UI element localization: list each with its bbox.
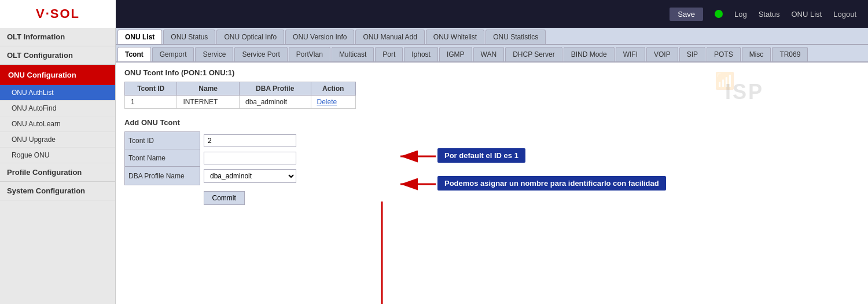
col-header-tcont-id: Tcont ID — [125, 82, 177, 96]
tcont-table: Tcont ID Name DBA Profile Action 1 INTER… — [124, 82, 356, 109]
top-tab-bar: ONU List ONU Status ONU Optical Info ONU… — [116, 28, 868, 45]
tab-service[interactable]: Service — [195, 47, 233, 61]
main-layout: OLT Information OLT Configuration ONU Co… — [0, 28, 868, 304]
cell-dba-profile: dba_adminolt — [239, 96, 311, 109]
onu-list-link[interactable]: ONU List — [792, 10, 822, 19]
sidebar-item-profile-configuration[interactable]: Profile Configuration — [0, 163, 115, 182]
tab-voip[interactable]: VOIP — [646, 47, 678, 61]
tab-onu-whitelist[interactable]: ONU Whitelist — [426, 30, 484, 44]
input-tcont-id[interactable] — [204, 134, 296, 147]
sidebar-item-onu-upgrade[interactable]: ONU Upgrade — [0, 132, 115, 148]
logo-text: V·SOL — [36, 6, 80, 21]
tab-wan[interactable]: WAN — [473, 47, 505, 61]
tab-onu-status[interactable]: ONU Status — [163, 30, 215, 44]
sub-tab-bar: Tcont Gemport Service Service Port PortV… — [116, 45, 868, 63]
tab-onu-statistics[interactable]: ONU Statistics — [486, 30, 546, 44]
tab-bind-mode[interactable]: BIND Mode — [564, 47, 615, 61]
logout-link[interactable]: Logout — [833, 10, 856, 19]
cell-action: Delete — [311, 96, 356, 109]
tcont-info-title: ONU Tcont Info (PON:1 ONU:1) — [124, 68, 859, 77]
status-link[interactable]: Status — [759, 10, 780, 19]
table-row: 1 INTERNET dba_adminolt Delete — [125, 96, 356, 109]
cell-tcont-id: 1 — [125, 96, 177, 109]
input-tcont-name[interactable] — [204, 152, 296, 164]
tab-sip[interactable]: SIP — [679, 47, 705, 61]
sidebar: OLT Information OLT Configuration ONU Co… — [0, 28, 116, 304]
sidebar-item-onu-authlist[interactable]: ONU AuthList — [0, 85, 115, 101]
tab-iphost[interactable]: Iphost — [404, 47, 438, 61]
label-tcont-id: Tcont ID — [125, 132, 200, 149]
sidebar-item-rogue-onu[interactable]: Rogue ONU — [0, 148, 115, 163]
sidebar-item-onu-configuration[interactable]: ONU Configuration — [0, 65, 115, 85]
tab-tr069[interactable]: TR069 — [772, 47, 808, 61]
log-link[interactable]: Log — [734, 10, 747, 19]
col-header-dba-profile: DBA Profile — [239, 82, 311, 96]
tab-dhcp-server[interactable]: DHCP Server — [505, 47, 562, 61]
tab-onu-version-info[interactable]: ONU Version Info — [285, 30, 354, 44]
tab-onu-list[interactable]: ONU List — [117, 30, 162, 44]
tab-wifi[interactable]: WIFI — [616, 47, 645, 61]
logo-area: V·SOL — [0, 0, 116, 28]
sidebar-item-olt-configuration[interactable]: OLT Configuration — [0, 46, 115, 65]
sidebar-item-onu-autofind[interactable]: ONU AutoFind — [0, 101, 115, 116]
label-dba-profile-name: DBA Profile Name — [125, 167, 200, 185]
col-header-name: Name — [177, 82, 240, 96]
annotation-1: Por default el ID es 1 — [437, 148, 525, 163]
tab-portvlan[interactable]: PortVlan — [289, 47, 330, 61]
tab-tcont[interactable]: Tcont — [117, 47, 151, 61]
commit-button[interactable]: Commit — [204, 191, 245, 205]
tab-gemport[interactable]: Gemport — [152, 47, 194, 61]
tab-pots[interactable]: POTS — [707, 47, 741, 61]
add-form: Tcont ID Tcont Name DBA Profile Name — [124, 131, 300, 207]
add-section-title: Add ONU Tcont — [124, 118, 859, 127]
tab-port[interactable]: Port — [375, 47, 403, 61]
cell-name: INTERNET — [177, 96, 240, 109]
tab-onu-optical-info[interactable]: ONU Optical Info — [216, 30, 284, 44]
inner-content: 📶 ISP ONU Tcont Info (PON:1 ONU:1) Tcont… — [116, 63, 868, 304]
tab-igmp[interactable]: IGMP — [439, 47, 472, 61]
sidebar-item-system-configuration[interactable]: System Configuration — [0, 182, 115, 200]
col-header-action: Action — [311, 82, 356, 96]
sidebar-item-onu-autolearn[interactable]: ONU AutoLearn — [0, 116, 115, 132]
label-tcont-name: Tcont Name — [125, 149, 200, 167]
select-dba-profile[interactable]: dba_adminolt — [204, 169, 296, 183]
content-area: ONU List ONU Status ONU Optical Info ONU… — [116, 28, 868, 304]
isp-watermark: ISP — [725, 80, 764, 104]
tab-service-port[interactable]: Service Port — [234, 47, 287, 61]
status-indicator — [715, 10, 723, 18]
save-button[interactable]: Save — [670, 8, 703, 21]
tab-misc[interactable]: Misc — [742, 47, 771, 61]
tab-onu-manual-add[interactable]: ONU Manual Add — [355, 30, 424, 44]
tab-multicast[interactable]: Multicast — [332, 47, 374, 61]
delete-link[interactable]: Delete — [317, 98, 337, 106]
top-header: V·SOL Save Log Status ONU List Logout — [0, 0, 868, 28]
annotation-2: Podemos asignar un nombre para identific… — [437, 176, 666, 191]
sidebar-item-olt-information[interactable]: OLT Information — [0, 28, 115, 46]
